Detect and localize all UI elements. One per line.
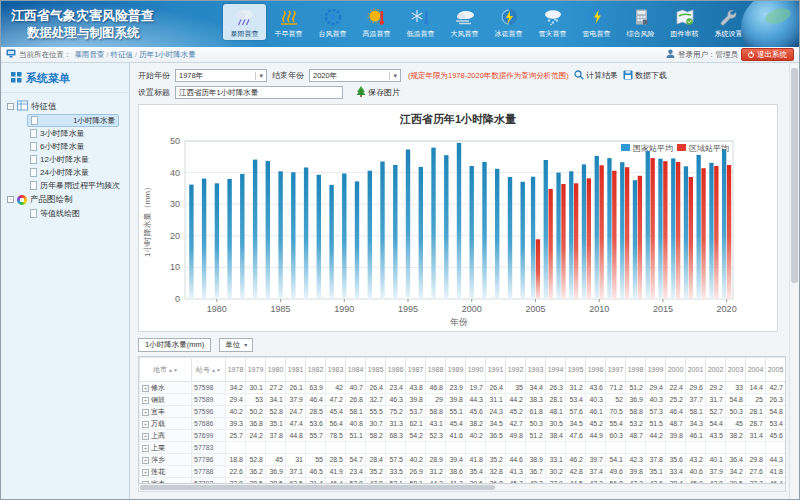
document-icon [31,116,38,125]
column-header-station[interactable]: 站号▲▼ [192,358,226,382]
column-header-year: 1985 [366,358,386,382]
start-year-label: 开始年份 [138,70,170,81]
toolbar-item-calculator[interactable]: 综合风险 [619,4,662,40]
tree-toggle-icon[interactable]: - [7,196,14,203]
toolbar-item-wind[interactable]: 大风普查 [443,4,486,40]
drought-icon [277,6,301,28]
data-download-label: 数据下载 [635,70,667,81]
chevron-down-icon: ▾ [244,341,247,348]
svg-text:0: 0 [175,294,180,304]
vertical-scrollbar[interactable] [789,64,798,498]
table-row[interactable]: +萍乡5778618.852.845315528.554.728.457.540… [140,454,787,466]
table-row[interactable]: +上栗57783 [140,442,787,454]
chart-title-input[interactable] [175,86,343,99]
document-icon [30,129,37,138]
column-header-year: 2006 [786,358,787,382]
expand-icon[interactable]: + [142,433,149,440]
toolbar-item-label: 暴雨普查 [231,29,259,39]
toolbar-item-snow[interactable]: 雪灾普查 [531,4,574,40]
toolbar-item-hail[interactable]: 冰雹普查 [487,4,530,40]
end-year-value: 2020年 [313,71,337,81]
vertical-scrollbar-thumb[interactable] [791,68,798,283]
table-controls: 1小时降水量(mm) 单位 ▾ [138,337,784,352]
toolbar-item-rainstorm[interactable]: 暴雨普查 [223,4,266,40]
app-window: 江西省气象灾害风险普查 数据处理与制图系统 暴雨普查干旱普查台风普查高温普查低温… [0,0,800,500]
table-row[interactable]: +莲花5778822.636.236.937.146.541.923.435.2… [140,466,787,478]
expand-icon[interactable]: + [142,445,149,452]
expand-icon[interactable]: + [142,469,149,476]
sidebar-item-0-3[interactable]: 12小时降水量 [27,153,129,166]
start-year-value: 1978年 [179,71,203,81]
svg-text:2020: 2020 [717,304,737,314]
sidebar-item-1-0[interactable]: 等值线绘图 [27,207,129,220]
column-header-year: 1980 [266,358,286,382]
table-row[interactable]: +上高5769925.724.237.844.855.778.551.158.2… [140,430,787,442]
logout-button[interactable]: 退出系统 [741,48,794,61]
sidebar-item-0-0[interactable]: 1小时降水量 [27,114,119,127]
sidebar-item-0-1[interactable]: 3小时降水量 [27,127,129,140]
expand-icon[interactable]: + [142,409,149,416]
sidebar-item-label: 12小时降水量 [40,154,89,165]
breadcrumb-item[interactable]: 暴雨普查 [75,50,105,59]
expand-icon[interactable]: + [142,385,149,392]
document-icon [30,168,37,177]
toolbar-item-high-temp[interactable]: 高温普查 [355,4,398,40]
column-header-year: 1978 [226,358,246,382]
horizontal-scrollbar[interactable] [138,484,786,492]
data-download-button[interactable]: 数据下载 [623,70,667,82]
toolbar-item-label: 综合风险 [627,29,655,39]
sidebar-item-label: 1小时降水量 [73,116,115,126]
column-header-year: 1995 [566,358,586,382]
svg-text:2015: 2015 [653,304,673,314]
toolbar-item-map-review[interactable]: 图件审核 [663,4,706,40]
save-image-button[interactable]: 保存图片 [356,86,400,99]
expand-icon[interactable]: + [142,457,149,464]
column-header-year: 2000 [666,358,686,382]
column-header-year: 1989 [446,358,466,382]
tree-toggle-icon[interactable]: - [7,103,14,110]
sidebar-item-0-2[interactable]: 6小时降水量 [27,140,129,153]
sidebar-group-1[interactable]: -产品图绘制 [7,192,129,207]
unit-dropdown[interactable]: 单位 ▾ [219,338,253,352]
rainfall-chart: 0102030405019801985199019952000200520102… [139,129,777,333]
sidebar-group-label: 特征值 [31,101,57,113]
sidebar-tree: -特征值1小时降水量3小时降水量6小时降水量12小时降水量24小时降水量历年暴雨… [1,93,129,220]
table-row[interactable]: +修水5759834.230.127.226.163.94240.726.423… [140,382,787,394]
column-header-year: 1998 [626,358,646,382]
sidebar-item-label: 6小时降水量 [40,141,84,152]
toolbar-item-lightning[interactable]: 雷电普查 [575,4,618,40]
calc-result-button[interactable]: 计算结果 [574,70,618,82]
calc-result-label: 计算结果 [586,70,618,81]
horizontal-scrollbar-thumb[interactable] [140,485,495,490]
expand-icon[interactable]: + [142,397,149,404]
svg-text:1990: 1990 [334,304,354,314]
table-tab[interactable]: 1小时降水量(mm) [138,338,211,352]
svg-text:20: 20 [170,231,180,241]
start-year-select[interactable]: 1978年▾ [175,69,267,82]
document-icon [30,181,37,190]
sidebar-item-0-5[interactable]: 历年暴雨过程平均频次 [27,179,129,192]
table-row[interactable]: +铜鼓5758929.45334.137.946.447.226.832.746… [140,394,787,406]
toolbar-item-typhoon[interactable]: 台风普查 [311,4,354,40]
breadcrumb-item[interactable]: 历年1小时降水量 [139,50,196,59]
breadcrumb-separator: / [135,50,137,59]
column-header-year: 1994 [546,358,566,382]
toolbar-item-label: 低温普查 [407,29,435,39]
column-header-year: 2003 [726,358,746,382]
toolbar-item-low-temp[interactable]: 低温普查 [399,4,442,40]
query-controls-row: 开始年份 1978年▾ 结束年份 2020年▾ (规定年限为1978-2020年… [138,67,784,84]
column-header-year: 1988 [426,358,446,382]
table-row[interactable]: +万载5768639.336.835.147.453.656.440.830.7… [140,418,787,430]
toolbar-item-drought[interactable]: 干旱普查 [267,4,310,40]
sidebar-item-0-4[interactable]: 24小时降水量 [27,166,129,179]
chart-panel: 江西省历年1小时降水量 0102030405019801985199019952… [138,104,778,332]
column-header-year: 1979 [246,358,266,382]
sidebar-group-0[interactable]: -特征值 [7,99,129,114]
end-year-select[interactable]: 2020年▾ [309,69,401,82]
column-header-city[interactable]: 地市▲▼ [140,358,192,382]
svg-text:2005: 2005 [525,304,545,314]
breadcrumb-item[interactable]: 特征值 [111,50,134,59]
table-row[interactable]: +宜丰5759640.250.252.824.728.545.458.155.5… [140,406,787,418]
expand-icon[interactable]: + [142,421,149,428]
svg-text:1980: 1980 [207,304,227,314]
